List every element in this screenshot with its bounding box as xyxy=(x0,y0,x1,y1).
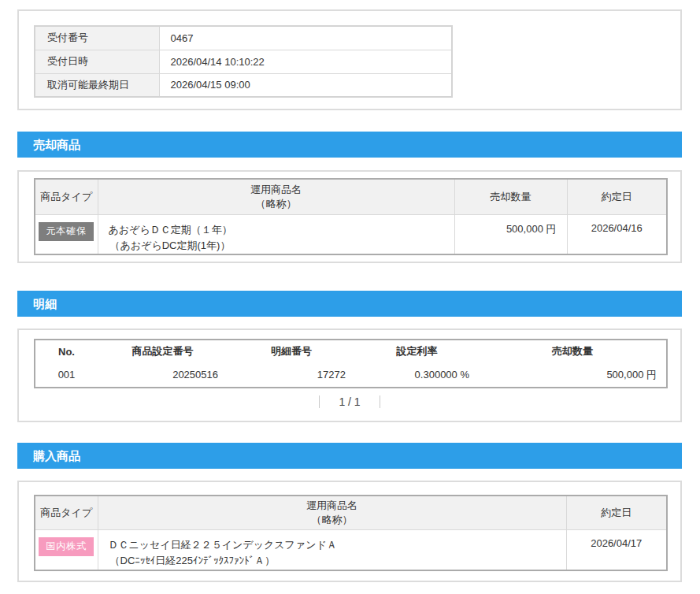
table-row: 受付日時 2026/04/14 10:10:22 xyxy=(35,50,452,73)
page: 受付番号 0467 受付日時 2026/04/14 10:10:22 取消可能最… xyxy=(0,0,700,582)
reception-datetime-value: 2026/04/14 10:10:22 xyxy=(159,50,452,73)
detail-no-value: 001 xyxy=(35,363,98,388)
detail-line-number-value: 17272 xyxy=(228,363,355,388)
table-header-row: 商品タイプ 運用商品名 （略称） 売却数量 約定日 xyxy=(35,179,667,214)
buy-product-name-cell: ＤＣニッセイ日経２２５インデックスファンドＡ （DCﾆｯｾｲ日経225ｲﾝﾃﾞｯ… xyxy=(98,530,566,570)
buy-trade-date-value: 2026/04/17 xyxy=(566,530,667,570)
detail-product-set-number-value: 20250516 xyxy=(98,363,228,388)
buy-section-panel: 商品タイプ 運用商品名 （略称） 約定日 国内株式 ＤＣニッセイ日経２２５インデ… xyxy=(17,481,682,582)
table-header-row: No. 商品設定番号 明細番号 設定利率 売却数量 xyxy=(35,340,667,363)
pagination-right-divider xyxy=(380,395,380,408)
principal-guaranteed-badge: 元本確保 xyxy=(39,222,94,241)
buy-product-short-name: （DCﾆｯｾｲ日経225ｲﾝﾃﾞｯｸｽﾌｧﾝﾄﾞＡ） xyxy=(109,553,566,569)
cancel-deadline-value: 2026/04/15 09:00 xyxy=(159,73,452,97)
reception-info-table: 受付番号 0467 受付日時 2026/04/14 10:10:22 取消可能最… xyxy=(34,25,453,98)
detail-header-no: No. xyxy=(35,340,98,363)
sell-product-name-cell: あおぞらＤＣ定期（１年） （あおぞらDC定期(1年)） xyxy=(98,214,454,254)
sell-product-type-cell: 元本確保 xyxy=(35,214,98,254)
sell-products-table: 商品タイプ 運用商品名 （略称） 売却数量 約定日 元本確保 あおぞらＤＣ定期（… xyxy=(34,178,668,255)
reception-number-label: 受付番号 xyxy=(35,26,159,50)
buy-section-title: 購入商品 xyxy=(17,443,682,469)
domestic-stock-badge: 国内株式 xyxy=(39,537,94,556)
sell-section-title: 売却商品 xyxy=(17,132,682,158)
sell-header-product-name-line1: 運用商品名 xyxy=(250,184,302,195)
pagination: 1 / 1 xyxy=(34,394,665,410)
detail-rate-value: 0.300000 % xyxy=(355,363,479,388)
buy-header-product-name-line1: 運用商品名 xyxy=(306,499,357,511)
sell-header-quantity: 売却数量 xyxy=(454,179,567,214)
table-row: 元本確保 あおぞらＤＣ定期（１年） （あおぞらDC定期(1年)） 500,000… xyxy=(35,214,667,254)
reception-info-panel: 受付番号 0467 受付日時 2026/04/14 10:10:22 取消可能最… xyxy=(17,9,682,110)
buy-header-product-name: 運用商品名 （略称） xyxy=(98,496,566,530)
detail-header-rate: 設定利率 xyxy=(355,340,479,363)
page-indicator: 1 / 1 xyxy=(339,395,360,408)
detail-header-line-number: 明細番号 xyxy=(228,340,355,363)
table-row: 国内株式 ＤＣニッセイ日経２２５インデックスファンドＡ （DCﾆｯｾｲ日経225… xyxy=(35,530,667,570)
table-row: 001 20250516 17272 0.300000 % 500,000 円 xyxy=(35,363,667,388)
detail-section-panel: No. 商品設定番号 明細番号 設定利率 売却数量 001 20250516 1… xyxy=(17,329,682,422)
detail-header-product-set-number: 商品設定番号 xyxy=(98,340,228,363)
reception-number-value: 0467 xyxy=(159,26,452,50)
sell-header-product-name-line2: （略称） xyxy=(256,198,297,210)
pagination-left-divider xyxy=(319,395,320,408)
sell-product-name: あおぞらＤＣ定期（１年） xyxy=(109,222,454,238)
buy-header-product-type: 商品タイプ xyxy=(35,496,98,530)
sell-section-panel: 商品タイプ 運用商品名 （略称） 売却数量 約定日 元本確保 あおぞらＤＣ定期（… xyxy=(17,170,682,263)
sell-product-short-name: （あおぞらDC定期(1年)） xyxy=(109,238,454,254)
sell-header-product-type: 商品タイプ xyxy=(35,179,98,214)
detail-table: No. 商品設定番号 明細番号 設定利率 売却数量 001 20250516 1… xyxy=(34,339,668,388)
buy-product-name: ＤＣニッセイ日経２２５インデックスファンドＡ xyxy=(109,537,566,553)
sell-header-product-name: 運用商品名 （略称） xyxy=(98,179,454,214)
sell-header-trade-date: 約定日 xyxy=(567,179,667,214)
detail-header-quantity: 売却数量 xyxy=(479,340,667,363)
buy-products-table: 商品タイプ 運用商品名 （略称） 約定日 国内株式 ＤＣニッセイ日経２２５インデ… xyxy=(34,495,668,571)
table-row: 受付番号 0467 xyxy=(35,26,452,50)
table-header-row: 商品タイプ 運用商品名 （略称） 約定日 xyxy=(35,496,667,530)
table-row: 取消可能最終期日 2026/04/15 09:00 xyxy=(35,73,452,97)
detail-quantity-value: 500,000 円 xyxy=(479,363,667,388)
cancel-deadline-label: 取消可能最終期日 xyxy=(35,73,159,97)
detail-section-title: 明細 xyxy=(17,291,682,317)
buy-header-product-name-line2: （略称） xyxy=(312,514,353,525)
reception-datetime-label: 受付日時 xyxy=(35,50,159,73)
buy-product-type-cell: 国内株式 xyxy=(35,530,98,570)
sell-quantity-value: 500,000 円 xyxy=(454,214,567,254)
sell-trade-date-value: 2026/04/16 xyxy=(567,214,667,254)
buy-header-trade-date: 約定日 xyxy=(566,496,667,530)
